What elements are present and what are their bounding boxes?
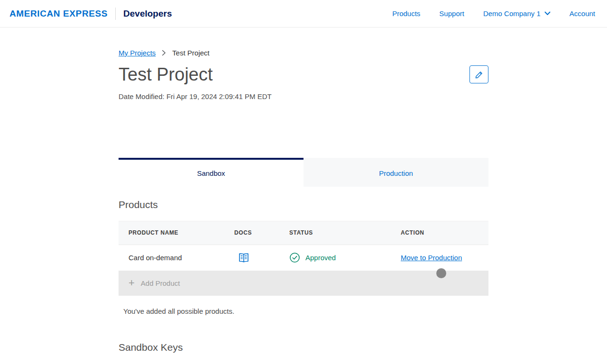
title-row: Test Project	[119, 65, 488, 85]
open-book-icon[interactable]	[238, 253, 249, 263]
nav-link-support-label: Support	[439, 9, 464, 18]
products-footnote: You've added all possible products.	[119, 307, 488, 315]
docs-cell	[234, 253, 289, 263]
column-header-product-name: PRODUCT NAME	[129, 229, 234, 236]
environment-tabs: Sandbox Production	[119, 158, 488, 187]
tab-sandbox[interactable]: Sandbox	[119, 158, 304, 187]
main-content: My Projects Test Project Test Project Da…	[119, 49, 488, 353]
status-badge: Approved	[305, 254, 336, 262]
plus-icon: +	[129, 278, 135, 288]
products-heading: Products	[119, 199, 488, 210]
site-header: AMERICAN EXPRESS Developers Products Sup…	[0, 0, 607, 27]
breadcrumb-current: Test Project	[172, 49, 209, 57]
chevron-down-icon	[544, 11, 551, 16]
brand-divider	[115, 8, 116, 20]
tab-production-label: Production	[379, 169, 413, 177]
pencil-icon	[475, 70, 484, 79]
breadcrumb: My Projects Test Project	[119, 49, 488, 57]
nav-link-support[interactable]: Support	[439, 9, 464, 18]
breadcrumb-my-projects-link[interactable]: My Projects	[119, 49, 156, 57]
tab-production[interactable]: Production	[304, 158, 488, 187]
add-product-label: Add Product	[141, 279, 180, 287]
nav-link-account[interactable]: Account	[570, 9, 595, 18]
edit-project-button[interactable]	[469, 65, 488, 83]
developers-logo-text[interactable]: Developers	[123, 9, 172, 19]
brand-group: AMERICAN EXPRESS Developers	[9, 8, 172, 20]
products-table: PRODUCT NAME DOCS STATUS ACTION Card on-…	[119, 221, 488, 296]
table-header-row: PRODUCT NAME DOCS STATUS ACTION	[119, 221, 488, 245]
move-to-production-link[interactable]: Move to Production	[401, 254, 462, 262]
nav-link-account-label: Account	[570, 9, 595, 18]
cursor-dot	[436, 268, 446, 278]
action-cell: Move to Production	[401, 254, 488, 262]
date-modified: Date Modified: Fri Apr 19, 2024 2:09:41 …	[119, 92, 488, 100]
column-header-action: ACTION	[401, 229, 488, 236]
nav-link-products[interactable]: Products	[392, 9, 420, 18]
product-name-cell: Card on-demand	[129, 254, 234, 262]
status-cell: Approved	[289, 252, 401, 263]
top-nav: Products Support Demo Company 1 Account	[392, 9, 595, 18]
column-header-status: STATUS	[289, 229, 401, 236]
chevron-right-icon	[162, 50, 166, 56]
nav-link-products-label: Products	[392, 9, 420, 18]
nav-dropdown-demo-company[interactable]: Demo Company 1	[483, 9, 551, 18]
nav-dropdown-demo-company-label: Demo Company 1	[483, 9, 541, 18]
sandbox-keys-heading: Sandbox Keys	[119, 342, 488, 353]
column-header-docs: DOCS	[234, 229, 289, 236]
page-title: Test Project	[119, 65, 213, 85]
amex-logo[interactable]: AMERICAN EXPRESS	[9, 9, 108, 19]
tab-sandbox-label: Sandbox	[197, 169, 225, 177]
add-product-row[interactable]: + Add Product	[119, 271, 488, 296]
table-row: Card on-demand	[119, 245, 488, 271]
check-circle-icon	[289, 252, 300, 263]
